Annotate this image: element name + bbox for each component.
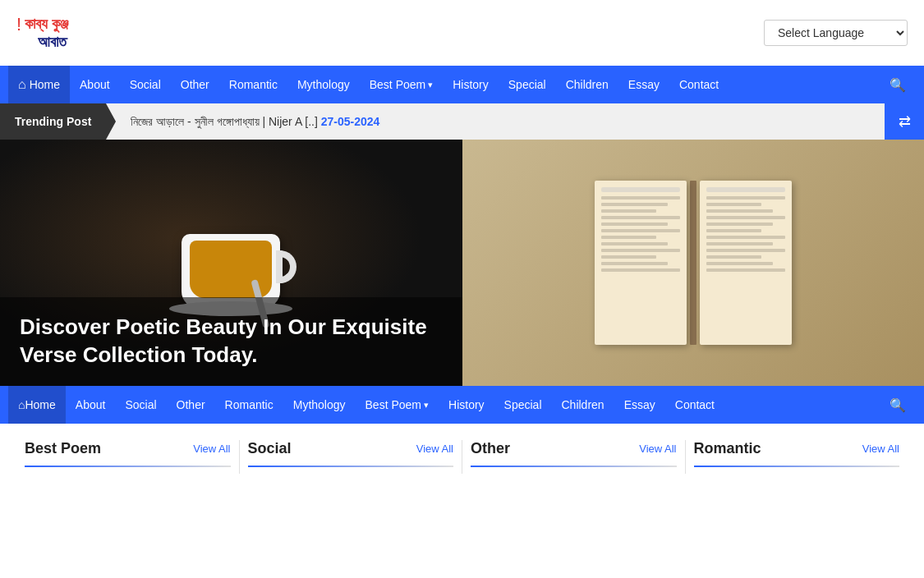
col-social: Social View All (240, 440, 463, 474)
col-romantic-title: Romantic (694, 440, 761, 457)
nav-romantic[interactable]: Romantic (219, 66, 287, 103)
book-area (462, 140, 925, 386)
hero-overlay: Discover Poetic Beauty In Our Exquisite … (0, 297, 462, 386)
col-other-title: Other (471, 440, 510, 457)
navbar-top: ⌂ Home About Social Other Romantic Mytho… (0, 66, 924, 103)
nav2-mythology[interactable]: Mythology (283, 386, 356, 424)
header: ! কাব্য কুঞ্জ আবাত Select Language Engli… (0, 0, 924, 66)
col-romantic-divider (694, 466, 900, 467)
hero-section: Discover Poetic Beauty In Our Exquisite … (0, 140, 924, 386)
dropdown-arrow-icon-2: ▾ (424, 400, 429, 411)
logo-bottom: আবাত (38, 34, 68, 51)
cup-handle (276, 250, 297, 283)
col-romantic: Romantic View All (686, 440, 908, 474)
nav-other[interactable]: Other (171, 66, 219, 103)
col-best-poem-title: Best Poem (25, 440, 101, 457)
dropdown-arrow-icon: ▾ (428, 80, 433, 90)
book-page-left (595, 181, 687, 345)
nav2-history[interactable]: History (439, 386, 494, 424)
nav2-children[interactable]: Children (552, 386, 614, 424)
hero-title: Discover Poetic Beauty In Our Exquisite … (20, 314, 443, 369)
navbar-sticky: ⌂ Home About Social Other Romantic Mytho… (0, 386, 924, 424)
nav2-home[interactable]: ⌂ Home (8, 386, 66, 424)
nav2-special[interactable]: Special (494, 386, 552, 424)
col-social-header: Social View All (248, 440, 454, 457)
home-icon: ⌂ (18, 77, 26, 92)
trending-date: 27-05-2024 (321, 115, 380, 128)
col-best-poem-header: Best Poem View All (25, 440, 231, 457)
nav-social[interactable]: Social (120, 66, 171, 103)
col-social-divider (248, 466, 454, 467)
hero-right-image (462, 140, 925, 386)
nav-essay[interactable]: Essay (618, 66, 669, 103)
book-spine (690, 181, 696, 345)
view-all-other[interactable]: View All (639, 443, 676, 455)
nav2-contact[interactable]: Contact (665, 386, 724, 424)
book (595, 181, 792, 345)
view-all-social[interactable]: View All (416, 443, 453, 455)
nav2-social[interactable]: Social (115, 386, 166, 424)
trending-shuffle-button[interactable]: ⇄ (885, 103, 924, 140)
col-other-divider (471, 466, 677, 467)
col-other: Other View All (462, 440, 686, 474)
nav-children[interactable]: Children (556, 66, 618, 103)
bottom-section: Best Poem View All Social View All Other… (0, 424, 924, 474)
nav-special[interactable]: Special (499, 66, 556, 103)
logo-icon: ! (16, 15, 21, 34)
language-select[interactable]: Select Language English Bengali Hindi (764, 20, 908, 46)
col-romantic-header: Romantic View All (694, 440, 900, 457)
logo[interactable]: ! কাব্য কুঞ্জ আবাত (16, 15, 68, 51)
nav-about[interactable]: About (70, 66, 120, 103)
nav-bestpoem[interactable]: Best Poem ▾ (360, 66, 443, 103)
col-best-poem-divider (25, 466, 231, 467)
col-best-poem: Best Poem View All (16, 440, 240, 474)
nav2-bestpoem[interactable]: Best Poem ▾ (356, 386, 439, 424)
nav-home[interactable]: ⌂ Home (8, 66, 70, 103)
search-button-2[interactable]: 🔍 (880, 397, 916, 413)
nav2-about[interactable]: About (66, 386, 116, 424)
nav-contact[interactable]: Contact (669, 66, 729, 103)
nav2-romantic[interactable]: Romantic (215, 386, 283, 424)
nav2-other[interactable]: Other (167, 386, 215, 424)
trending-text: নিজের আড়ালে - সুনীল গঙ্গোপাধ্যায় | Nij… (106, 115, 885, 129)
nav-history[interactable]: History (443, 66, 499, 103)
home-icon-2: ⌂ (18, 398, 25, 411)
view-all-romantic[interactable]: View All (862, 443, 899, 455)
view-all-best-poem[interactable]: View All (193, 443, 230, 455)
nav-mythology[interactable]: Mythology (287, 66, 360, 103)
col-other-header: Other View All (471, 440, 677, 457)
trending-label: Trending Post (0, 103, 106, 140)
nav2-essay[interactable]: Essay (614, 386, 665, 424)
trending-bar: Trending Post নিজের আড়ালে - সুনীল গঙ্গো… (0, 103, 924, 140)
search-button[interactable]: 🔍 (880, 77, 916, 93)
logo-top: কাব্য কুঞ্জ (25, 16, 68, 33)
col-social-title: Social (248, 440, 292, 457)
book-page-right (700, 181, 792, 345)
